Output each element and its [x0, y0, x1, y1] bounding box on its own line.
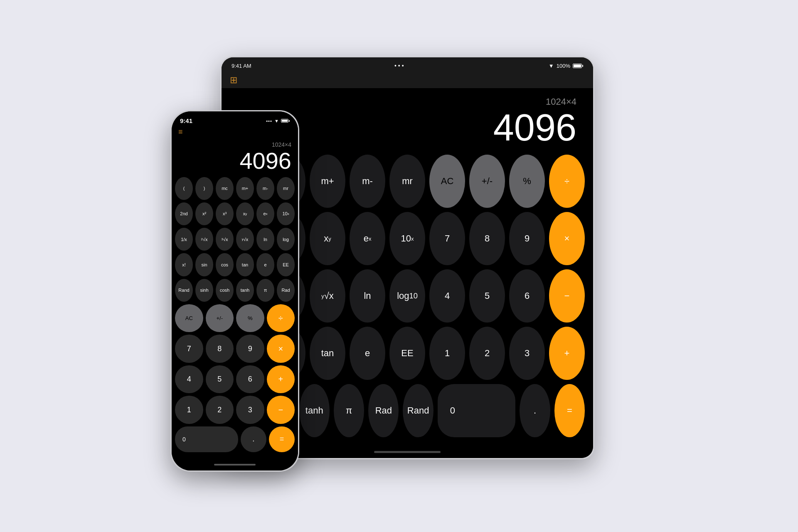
iphone-btn-ee[interactable]: EE [277, 253, 295, 276]
iphone-btn-0[interactable]: 0 [175, 426, 238, 452]
iphone-btn-pi[interactable]: π [256, 279, 274, 302]
iphone-row-8: 4 5 6 + [175, 365, 295, 394]
iphone-btn-mplus[interactable]: m+ [236, 177, 254, 200]
ipad-btn-mr[interactable]: mr [389, 155, 425, 208]
ipad-btn-9[interactable]: 9 [509, 212, 545, 265]
iphone-btn-percent[interactable]: % [236, 304, 264, 332]
ipad-btn-6[interactable]: 6 [509, 269, 545, 323]
ipad-btn-e[interactable]: e [350, 327, 385, 380]
ipad-btn-5[interactable]: 5 [469, 269, 505, 323]
ipad-btn-equals[interactable]: = [554, 384, 585, 437]
iphone-btn-x2[interactable]: x² [195, 202, 213, 225]
iphone-btn-6[interactable]: 6 [236, 365, 264, 394]
iphone-btn-8[interactable]: 8 [206, 335, 234, 363]
iphone-btn-tanh[interactable]: tanh [236, 279, 254, 302]
iphone-toolbar: ≡ [172, 126, 298, 138]
iphone-btn-multiply[interactable]: × [267, 335, 295, 363]
ipad-expression: 1024×4 [238, 96, 576, 107]
wifi-icon: ▼ [549, 63, 554, 69]
ipad-btn-plus[interactable]: + [549, 327, 585, 380]
iphone-btn-5[interactable]: 5 [206, 365, 234, 394]
iphone-btn-sin[interactable]: sin [195, 253, 213, 276]
ipad-btn-10x[interactable]: 10x [389, 212, 425, 265]
iphone-btn-3[interactable]: 3 [236, 396, 264, 424]
iphone-btn-mr[interactable]: mr [277, 177, 295, 200]
ipad-btn-ln[interactable]: ln [350, 269, 385, 323]
ipad-battery: 100% [557, 63, 570, 69]
iphone-btn-plusminus[interactable]: +/- [206, 304, 234, 332]
iphone-row-2: 2nd x² x³ xy ex 10x [175, 202, 295, 225]
ipad-btn-minus[interactable]: − [549, 269, 585, 323]
ipad-btn-0[interactable]: 0 [438, 384, 516, 437]
iphone-btn-2[interactable]: 2 [206, 396, 234, 424]
iphone-btn-rand[interactable]: Rand [175, 279, 193, 302]
ipad-status-right: ▼ 100% [549, 63, 583, 69]
ipad-btn-xy[interactable]: xy [310, 212, 345, 265]
iphone-btn-log[interactable]: log [277, 228, 295, 251]
ipad-toolbar: ⊞ [222, 72, 593, 88]
iphone-btn-ac[interactable]: AC [175, 304, 203, 332]
battery-icon [573, 64, 583, 68]
ipad-btn-rand[interactable]: Rand [403, 384, 433, 437]
ipad-btn-sqrty[interactable]: y√x [310, 269, 345, 323]
iphone-btn-minus[interactable]: − [267, 396, 295, 424]
iphone-btn-cosh[interactable]: cosh [216, 279, 234, 302]
iphone-btn-sqrt2[interactable]: 2√x [195, 228, 213, 251]
ipad-btn-percent[interactable]: % [509, 155, 545, 208]
iphone-btn-2nd[interactable]: 2nd [175, 202, 193, 225]
signal-icon: ▪▪▪ [266, 118, 272, 123]
iphone-btn-ex[interactable]: ex [256, 202, 274, 225]
ipad-btn-7[interactable]: 7 [429, 212, 465, 265]
iphone-btn-sqrt3[interactable]: 3√x [216, 228, 234, 251]
iphone-btn-sinh[interactable]: sinh [195, 279, 213, 302]
iphone-btn-7[interactable]: 7 [175, 335, 203, 363]
ipad-btn-pi[interactable]: π [334, 384, 364, 437]
iphone-btn-e[interactable]: e [256, 253, 274, 276]
iphone-btn-equals[interactable]: = [269, 426, 295, 452]
ipad-toolbar-icon[interactable]: ⊞ [230, 75, 237, 86]
iphone-btn-xy[interactable]: xy [236, 202, 254, 225]
iphone-btn-recip[interactable]: 1/x [175, 228, 193, 251]
iphone-btn-plus[interactable]: + [267, 365, 295, 394]
iphone-btn-9[interactable]: 9 [236, 335, 264, 363]
ipad-btn-1[interactable]: 1 [429, 327, 465, 380]
iphone-btn-4[interactable]: 4 [175, 365, 203, 394]
ipad-btn-ee[interactable]: EE [389, 327, 425, 380]
ipad-btn-8[interactable]: 8 [469, 212, 505, 265]
iphone-row-6: AC +/- % ÷ [175, 304, 295, 332]
iphone-btn-divide[interactable]: ÷ [267, 304, 295, 332]
ipad-btn-mminus[interactable]: m- [350, 155, 385, 208]
iphone-btn-factorial[interactable]: x! [175, 253, 193, 276]
ipad-btn-ac[interactable]: AC [429, 155, 465, 208]
iphone-row-5: Rand sinh cosh tanh π Rad [175, 279, 295, 302]
ipad-btn-multiply[interactable]: × [549, 212, 585, 265]
iphone-btn-sqrty[interactable]: y√x [236, 228, 254, 251]
iphone-btn-tan[interactable]: tan [236, 253, 254, 276]
ipad-btn-divide[interactable]: ÷ [549, 155, 585, 208]
ipad-btn-log10[interactable]: log10 [389, 269, 425, 323]
ipad-btn-rad[interactable]: Rad [368, 384, 399, 437]
iphone-btn-mminus[interactable]: m- [256, 177, 274, 200]
iphone-btn-1[interactable]: 1 [175, 396, 203, 424]
iphone-btn-ln[interactable]: ln [256, 228, 274, 251]
iphone-btn-mc[interactable]: mc [216, 177, 234, 200]
ipad-btn-tanh[interactable]: tanh [299, 384, 330, 437]
iphone-btn-paren-open[interactable]: ( [175, 177, 193, 200]
ipad-btn-3[interactable]: 3 [509, 327, 545, 380]
ipad-btn-mplus[interactable]: m+ [310, 155, 345, 208]
iphone-btn-rad[interactable]: Rad [277, 279, 295, 302]
iphone-btn-x3[interactable]: x³ [216, 202, 234, 225]
iphone-btn-cos[interactable]: cos [216, 253, 234, 276]
ipad-btn-4[interactable]: 4 [429, 269, 465, 323]
ipad-btn-plusminus[interactable]: +/- [469, 155, 505, 208]
iphone-btn-dot[interactable]: . [241, 426, 266, 452]
iphone-btn-10x[interactable]: 10x [277, 202, 295, 225]
ipad-btn-2[interactable]: 2 [469, 327, 505, 380]
iphone-btn-paren-close[interactable]: ) [195, 177, 213, 200]
iphone-status-bar: 9:41 ▪▪▪ ▼ [172, 111, 298, 126]
iphone-menu-icon[interactable]: ≡ [178, 128, 183, 136]
ipad-btn-tan[interactable]: tan [310, 327, 345, 380]
ipad-btn-ex[interactable]: ex [350, 212, 385, 265]
iphone-button-grid: ( ) mc m+ m- mr 2nd x² x³ xy ex 10x [172, 175, 298, 459]
ipad-btn-dot[interactable]: . [520, 384, 550, 437]
